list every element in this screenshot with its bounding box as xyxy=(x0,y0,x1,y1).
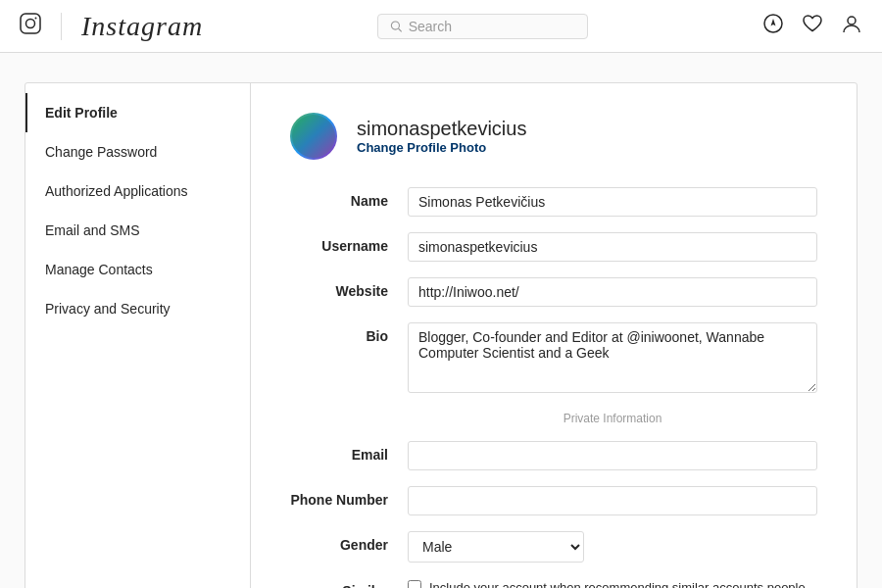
bio-textarea[interactable]: Blogger, Co-founder and Editor at @iniwo… xyxy=(408,322,817,393)
name-row: Name xyxy=(290,187,817,217)
name-field xyxy=(408,187,817,217)
sidebar-item-manage-contacts[interactable]: Manage Contacts xyxy=(25,250,250,289)
email-label: Email xyxy=(290,441,408,463)
bio-row: Bio Blogger, Co-founder and Editor at @i… xyxy=(290,322,817,396)
search-area xyxy=(203,14,762,39)
instagram-wordmark: Instagram xyxy=(81,11,203,42)
bio-field: Blogger, Co-founder and Editor at @iniwo… xyxy=(408,322,817,396)
suggestions-label: Similar Account Suggestions xyxy=(290,578,408,588)
sidebar-item-authorized-apps[interactable]: Authorized Applications xyxy=(25,172,250,211)
suggestions-checkbox[interactable] xyxy=(408,580,421,588)
page: Edit Profile Change Password Authorized … xyxy=(0,53,882,588)
email-row: Email xyxy=(290,441,817,470)
username-input[interactable] xyxy=(408,232,817,262)
profile-icon[interactable] xyxy=(841,13,862,40)
avatar[interactable] xyxy=(290,113,337,160)
phone-field xyxy=(408,486,817,515)
suggestions-content: Include your account when recommending s… xyxy=(408,578,817,588)
change-photo-link[interactable]: Change Profile Photo xyxy=(357,140,526,155)
logo-divider xyxy=(61,13,62,40)
suggestions-row: Similar Account Suggestions Include your… xyxy=(290,578,817,588)
header-icons xyxy=(762,13,862,40)
sidebar-item-privacy-security[interactable]: Privacy and Security xyxy=(25,289,250,328)
sidebar-item-change-password[interactable]: Change Password xyxy=(25,132,250,172)
website-row: Website xyxy=(290,277,817,307)
main-container: Edit Profile Change Password Authorized … xyxy=(24,82,858,588)
bio-label: Bio xyxy=(290,322,408,344)
private-info-label: Private Information xyxy=(408,412,817,425)
phone-label: Phone Number xyxy=(290,486,408,508)
search-input[interactable] xyxy=(409,19,575,34)
heart-icon[interactable] xyxy=(802,13,823,40)
website-input[interactable] xyxy=(408,277,817,307)
instagram-camera-icon xyxy=(20,13,41,40)
svg-point-1 xyxy=(26,19,35,27)
phone-input[interactable] xyxy=(408,486,817,515)
profile-username: simonaspetkevicius xyxy=(357,118,526,140)
email-input[interactable] xyxy=(408,441,817,470)
gender-row: Gender Male Female Prefer not to say xyxy=(290,531,817,563)
compass-icon[interactable] xyxy=(762,13,784,40)
svg-rect-0 xyxy=(21,14,40,33)
gender-select[interactable]: Male Female Prefer not to say xyxy=(408,531,584,563)
svg-point-3 xyxy=(391,22,399,29)
search-box xyxy=(377,14,588,39)
username-row: Username xyxy=(290,232,817,262)
website-label: Website xyxy=(290,277,408,299)
website-field xyxy=(408,277,817,307)
sidebar-item-edit-profile[interactable]: Edit Profile xyxy=(25,93,250,132)
name-label: Name xyxy=(290,187,408,209)
gender-label: Gender xyxy=(290,531,408,553)
svg-line-4 xyxy=(399,28,402,31)
username-label: Username xyxy=(290,232,408,254)
email-field xyxy=(408,441,817,470)
svg-point-2 xyxy=(35,17,37,19)
name-input[interactable] xyxy=(408,187,817,217)
suggestions-text: Include your account when recommending s… xyxy=(429,578,817,588)
search-icon xyxy=(390,20,403,33)
header-logo: Instagram xyxy=(20,11,203,42)
header: Instagram xyxy=(0,0,882,53)
gender-field: Male Female Prefer not to say xyxy=(408,531,817,563)
username-field xyxy=(408,232,817,262)
profile-header: simonaspetkevicius Change Profile Photo xyxy=(290,113,817,160)
profile-name-area: simonaspetkevicius Change Profile Photo xyxy=(357,118,526,155)
main-content: simonaspetkevicius Change Profile Photo … xyxy=(251,83,857,588)
sidebar-item-email-sms[interactable]: Email and SMS xyxy=(25,211,250,250)
svg-marker-6 xyxy=(771,19,776,26)
sidebar: Edit Profile Change Password Authorized … xyxy=(25,83,251,588)
phone-row: Phone Number xyxy=(290,486,817,515)
svg-point-7 xyxy=(848,17,856,24)
